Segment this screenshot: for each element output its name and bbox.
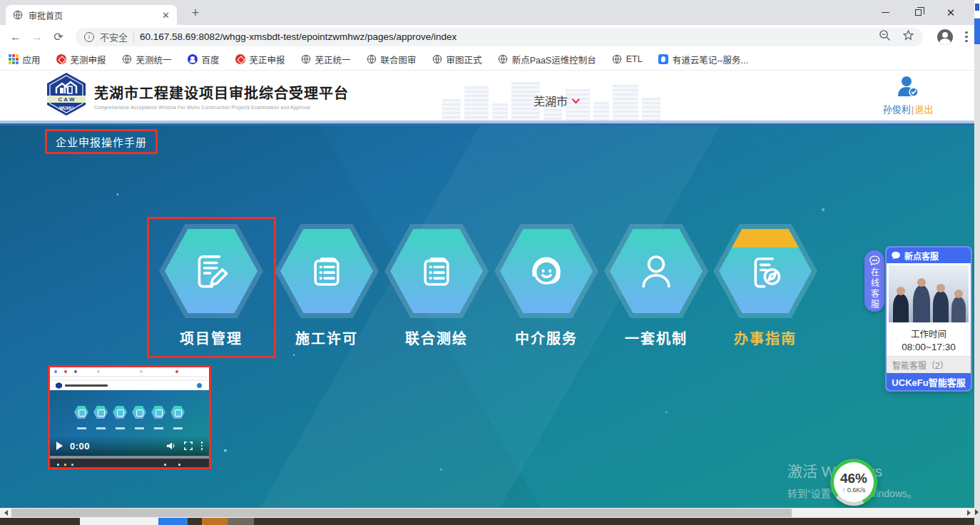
- user-name[interactable]: 孙俊利: [883, 104, 911, 115]
- city-selector[interactable]: 芜湖市: [534, 92, 578, 109]
- bookmark-item[interactable]: 联合图审: [367, 53, 417, 66]
- service-panel-title: 新点客服: [904, 250, 939, 262]
- upload-arrow-icon: ↑: [842, 486, 846, 494]
- bookmark-item[interactable]: 芜测统一: [122, 53, 172, 66]
- red-badge-icon: [56, 54, 66, 64]
- apps-grid-icon: [9, 54, 19, 64]
- work-time-label: 工作时间: [887, 327, 971, 340]
- new-tab-button[interactable]: +: [187, 4, 204, 21]
- globe-icon: [612, 54, 622, 64]
- chat-bubble-icon: [869, 255, 880, 265]
- tab-title: 审批首页: [29, 9, 156, 21]
- forward-button[interactable]: →: [27, 27, 47, 47]
- module-construction-permit[interactable]: 施工许可: [266, 224, 387, 348]
- module-joint-surveying[interactable]: 联合测绘: [376, 224, 497, 348]
- city-label: 芜湖市: [534, 92, 568, 109]
- bookmark-item[interactable]: ETL: [612, 54, 643, 64]
- background-window-edge: [974, 0, 980, 525]
- url-text[interactable]: 60.167.58.69:8082/whgg-xmsbdt-test/epoin…: [140, 31, 873, 42]
- info-icon[interactable]: i: [84, 32, 94, 42]
- video-menu-icon[interactable]: [201, 442, 203, 450]
- globe-favicon: [13, 10, 23, 20]
- globe-icon: [301, 54, 311, 64]
- smart-service-row[interactable]: 智能客服（2）: [887, 356, 971, 373]
- play-icon[interactable]: [56, 442, 63, 450]
- minimize-button[interactable]: [869, 0, 902, 25]
- scroll-left-button[interactable]: [0, 508, 11, 518]
- minimize-icon: [882, 12, 889, 13]
- restore-button[interactable]: [902, 0, 934, 25]
- tab-close-icon[interactable]: ✕: [162, 11, 170, 20]
- speed-monitor-widget[interactable]: 46% ↑ 0.6K/s: [830, 459, 877, 506]
- person-icon: [630, 245, 683, 297]
- service-team-photo: [889, 265, 969, 322]
- scroll-right-button[interactable]: [963, 508, 974, 518]
- bookmark-item[interactable]: 芜正申报: [235, 53, 285, 66]
- baidu-icon: [188, 54, 198, 64]
- user-block: 孙俊利|退出: [876, 75, 940, 116]
- tab-strip: 审批首页 ✕ + ✕: [0, 0, 980, 25]
- video-time: 0:00: [70, 441, 90, 452]
- browser-menu-icon[interactable]: [960, 31, 973, 43]
- module-label: 一套机制: [596, 327, 717, 348]
- uckefu-service-button[interactable]: UCKeFu智能客服: [887, 373, 971, 390]
- module-label: 项目管理: [150, 327, 272, 348]
- security-label: 不安全: [100, 30, 128, 44]
- bookmark-item[interactable]: 新点PaaS运维控制台: [498, 53, 596, 66]
- bookmark-item[interactable]: 有道云笔记--服务...: [658, 53, 748, 66]
- reload-button[interactable]: ⟳: [49, 27, 68, 47]
- close-icon: ✕: [946, 7, 956, 18]
- module-service-guide[interactable]: 办事指南: [705, 224, 826, 348]
- address-bar[interactable]: i 不安全 60.167.58.69:8082/whgg-xmsbdt-test…: [76, 28, 923, 46]
- mini-site-header: [50, 381, 209, 390]
- network-speed: 0.6K/s: [847, 486, 866, 494]
- module-label: 中介服务: [486, 327, 607, 348]
- caw-logo: C A W WUHU: [46, 72, 87, 119]
- work-time-block: 工作时间 08:00~17:30: [887, 325, 971, 356]
- bookmark-item[interactable]: 芜测申报: [56, 53, 106, 66]
- back-button[interactable]: ←: [6, 27, 26, 47]
- apps-label: 应用: [23, 53, 41, 66]
- scrollbar-thumb[interactable]: [11, 509, 792, 517]
- globe-icon: [498, 54, 508, 64]
- bookmark-star-icon[interactable]: [902, 29, 914, 44]
- mini-browser-chrome: [50, 367, 209, 377]
- globe-icon: [122, 54, 132, 64]
- logout-link[interactable]: 退出: [914, 104, 933, 115]
- online-service-label: 在线客服: [869, 267, 881, 310]
- site-header: C A W WUHU 芜湖市工程建设项目审批综合受理平台 Comprehensi…: [0, 71, 980, 121]
- module-project-management[interactable]: 项目管理: [150, 224, 272, 348]
- close-button[interactable]: ✕: [934, 0, 967, 25]
- guide-compass-icon: [740, 245, 791, 297]
- browser-toolbar: ← → ⟳ i 不安全 60.167.58.69:8082/whgg-xmsbd…: [0, 25, 980, 49]
- zoom-out-icon[interactable]: [879, 29, 891, 44]
- volume-icon[interactable]: [166, 442, 175, 450]
- window-controls: ✕: [869, 0, 967, 25]
- module-one-mechanism[interactable]: 一套机制: [596, 224, 717, 348]
- bookmark-item[interactable]: 芜正统一: [301, 53, 351, 66]
- doc-edit-icon: [185, 245, 237, 297]
- apps-launcher[interactable]: 应用: [9, 53, 41, 66]
- browser-window: 审批首页 ✕ + ✕ ← → ⟳ i 不安全 60.167.58.69:8082…: [0, 0, 980, 525]
- address-divider: [133, 31, 134, 42]
- tutorial-video-player[interactable]: 0:00: [48, 365, 211, 469]
- logo-wuhu-text: WUHU: [59, 106, 74, 111]
- user-divider: |: [912, 104, 914, 115]
- profile-avatar[interactable]: [937, 29, 953, 45]
- globe-icon: [432, 54, 442, 64]
- red-badge-icon: [235, 54, 245, 64]
- folder-list-icon: [301, 245, 352, 297]
- enterprise-manual-link[interactable]: 企业申报操作手册: [45, 129, 158, 154]
- restore-icon: [915, 9, 922, 16]
- bookmark-item[interactable]: 百度: [188, 53, 220, 66]
- horizontal-scrollbar[interactable]: [0, 508, 980, 518]
- online-service-tab[interactable]: 在线客服: [864, 250, 884, 312]
- bookmark-item[interactable]: 审图正式: [432, 53, 482, 66]
- work-time-value: 08:00~17:30: [887, 342, 971, 352]
- module-intermediary-service[interactable]: 中介服务: [486, 224, 607, 348]
- headset-icon: [520, 245, 573, 297]
- user-avatar-icon: [896, 75, 920, 98]
- tab-approve-home[interactable]: 审批首页 ✕: [6, 5, 177, 25]
- fullscreen-icon[interactable]: [184, 442, 193, 450]
- logo-caw-text: C A W: [58, 96, 75, 103]
